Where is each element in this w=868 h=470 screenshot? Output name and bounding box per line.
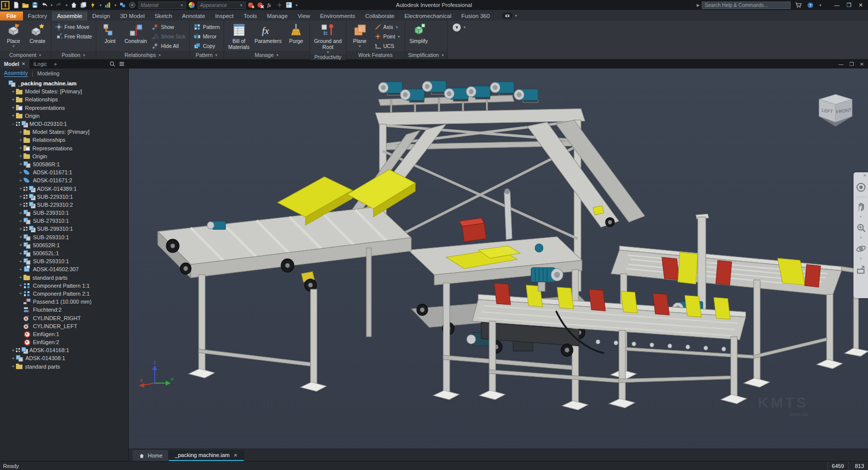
panel-tab-ilogic[interactable]: iLogic (29, 59, 51, 68)
expander-icon[interactable]: + (18, 194, 23, 199)
tree-item-relationships[interactable]: +Relationships (0, 95, 128, 103)
expander-icon[interactable]: + (18, 259, 23, 264)
copy-stack-icon[interactable] (79, 1, 88, 9)
expander-icon[interactable]: + (10, 348, 16, 353)
render-sphere-icon[interactable] (247, 1, 256, 9)
panel-label-manage[interactable]: Manage▼ (224, 51, 309, 59)
ribbon-tab-collaborate[interactable]: Collaborate (360, 11, 399, 20)
menu-icon[interactable] (119, 61, 125, 67)
tree-item-standard-parts[interactable]: +standard parts (0, 274, 128, 282)
tree-item-adsk-014308-1[interactable]: +ADSK-014308:1 (0, 354, 128, 362)
pattern-button[interactable]: Pattern (192, 22, 222, 31)
expander-icon[interactable]: + (18, 218, 23, 224)
search-expand-icon[interactable]: ▶ (697, 3, 700, 7)
tree-item-adsk-014389-1[interactable]: +ADSK-014389:1 (0, 184, 128, 192)
store-cart-icon[interactable] (795, 1, 803, 8)
browser-tab-assembly[interactable]: Assembly (4, 70, 28, 77)
ribbon-tab-design[interactable]: Design (87, 11, 115, 20)
chevron-down-icon[interactable]: ▼ (395, 25, 399, 29)
panel-label-pattern[interactable]: Pattern▼ (190, 51, 224, 59)
window-grid-caret-icon[interactable]: ▼ (295, 3, 298, 7)
expander-icon[interactable]: + (18, 275, 23, 280)
ribbon-tab-tools[interactable]: Tools (239, 11, 262, 20)
close-icon[interactable]: ✕ (234, 453, 238, 458)
redo-icon[interactable] (55, 1, 63, 9)
tree-item-adsk-011671-1[interactable]: +ADSK-011671:1 (0, 168, 128, 176)
expander-icon[interactable]: + (18, 202, 23, 207)
view-cube[interactable]: LEFT FRONT (814, 91, 857, 127)
expander-icon[interactable]: + (18, 161, 23, 167)
free-move-button[interactable]: Free Move (53, 22, 94, 31)
measure-lightning-caret-icon[interactable]: ▼ (99, 3, 102, 7)
tree-item-sub-229310-1[interactable]: +SUB-229310:1 (0, 193, 128, 201)
3d-viewport[interactable]: LEFT FRONT ✕ ▼▼▼ Z X Y KMTS www.kk Home_… (129, 68, 868, 461)
document-tab-packing-machine-iam[interactable]: _packing machine.iam✕ (169, 450, 244, 461)
tree-item-sub-269310-1[interactable]: +SUB-269310:1 (0, 233, 128, 241)
browser-tab-modeling[interactable]: Modeling (37, 70, 60, 76)
tree-item-fluchtend-2[interactable]: Fluchtend:2 (0, 306, 128, 314)
render-sphere-off-icon[interactable] (257, 1, 265, 9)
expander-icon[interactable]: + (18, 242, 23, 248)
ribbon-tab-view[interactable]: View (292, 11, 315, 20)
ribbon-tab-manage[interactable]: Manage (262, 11, 293, 20)
new-file-icon[interactable] (11, 1, 20, 9)
expander-icon[interactable]: + (10, 105, 16, 110)
tree-item-origin[interactable]: +Origin (0, 152, 128, 160)
tree-item-einf-gen-2[interactable]: Einfügen:2 (0, 338, 128, 346)
doc-close-button[interactable]: ✕ (860, 61, 864, 67)
panel-tab-model[interactable]: Model✕ (0, 59, 29, 68)
fx-small-icon[interactable]: fx (266, 1, 275, 9)
expander-icon[interactable]: + (18, 137, 23, 143)
expander-icon[interactable]: + (18, 267, 23, 272)
panel-label-simplification[interactable]: Simplification▼ (405, 51, 448, 59)
tree-item-adsk-011671-2[interactable]: +ADSK-011671:2 (0, 176, 128, 184)
expander-icon[interactable]: + (18, 129, 23, 135)
chart-caret-icon[interactable]: ▼ (114, 3, 117, 7)
bill-of-materials-button[interactable]: Bill of Materials (226, 21, 252, 50)
steering-wheel-icon[interactable] (856, 181, 867, 194)
expander-icon[interactable]: + (18, 291, 23, 296)
tree-item-packing-machine-iam[interactable]: _packing machine.iam (0, 79, 128, 87)
tree-item-500586r-1[interactable]: +500586R:1 (0, 160, 128, 168)
ribbon-tab-assemble[interactable]: Assemble (52, 11, 87, 20)
window-grid-icon[interactable] (285, 1, 293, 9)
tree-item-cylinder-right[interactable]: CYLINDER_RIGHT (0, 314, 128, 322)
tree-item-representations[interactable]: +Representations (0, 104, 128, 112)
tree-item-adsk-014168-1[interactable]: +ADSK-014168:1 (0, 346, 128, 354)
plane-button[interactable]: Plane▼ (348, 21, 371, 48)
tool-caret-icon[interactable]: ▼ (860, 215, 863, 218)
chevron-down-icon[interactable]: ▼ (326, 50, 329, 54)
close-icon[interactable]: ✕ (21, 61, 25, 66)
tree-item-sub-279310-1[interactable]: +SUB-279310:1 (0, 217, 128, 225)
tree-item-model-states-primary[interactable]: +Model States: [Primary] (0, 87, 128, 95)
chart-icon[interactable] (104, 1, 112, 9)
chevron-down-icon[interactable]: ▼ (397, 35, 401, 38)
appearance-combo[interactable]: Appearance ▼ (198, 1, 246, 9)
plus-icon[interactable] (276, 1, 284, 9)
material-combo[interactable]: Material ▼ (138, 1, 186, 9)
expander-icon[interactable]: + (10, 356, 16, 361)
ribbon-tab-3d-model[interactable]: 3D Model (115, 11, 149, 20)
tree-item-sub-239310-1[interactable]: +SUB-239310:1 (0, 209, 128, 217)
expander-icon[interactable]: + (18, 170, 23, 175)
ribbon-tab-annotate[interactable]: Annotate (177, 11, 210, 20)
tree-item-sub-229310-2[interactable]: +SUB-229310:2 (0, 201, 128, 209)
show-button[interactable]: Show (150, 22, 187, 31)
home-icon[interactable] (70, 1, 78, 9)
expander-icon[interactable]: + (18, 251, 23, 256)
ribbon-tab-environments[interactable]: Environments (315, 11, 360, 20)
expander-icon[interactable]: + (18, 210, 23, 216)
tree-item-relationships[interactable]: +Relationships (0, 136, 128, 144)
inventor-logo-icon[interactable]: I (1, 1, 9, 9)
pan-hand-icon[interactable] (856, 200, 867, 213)
hide-all-button[interactable]: Hide All (150, 41, 187, 50)
chevron-down-icon[interactable]: ▼ (514, 14, 518, 17)
tree-item-passend-1-10-000-mm[interactable]: Passend:1 (10.000 mm) (0, 298, 128, 306)
create-button[interactable]: Create (26, 21, 49, 44)
expander-icon[interactable]: + (18, 153, 23, 159)
expander-icon[interactable]: − (10, 121, 16, 127)
tree-item-mod-029310-1[interactable]: −MOD-029310:1 (0, 120, 128, 128)
orbit-icon[interactable] (856, 242, 867, 255)
expander-icon[interactable]: + (18, 186, 23, 191)
help-caret-icon[interactable]: ▼ (819, 3, 822, 7)
